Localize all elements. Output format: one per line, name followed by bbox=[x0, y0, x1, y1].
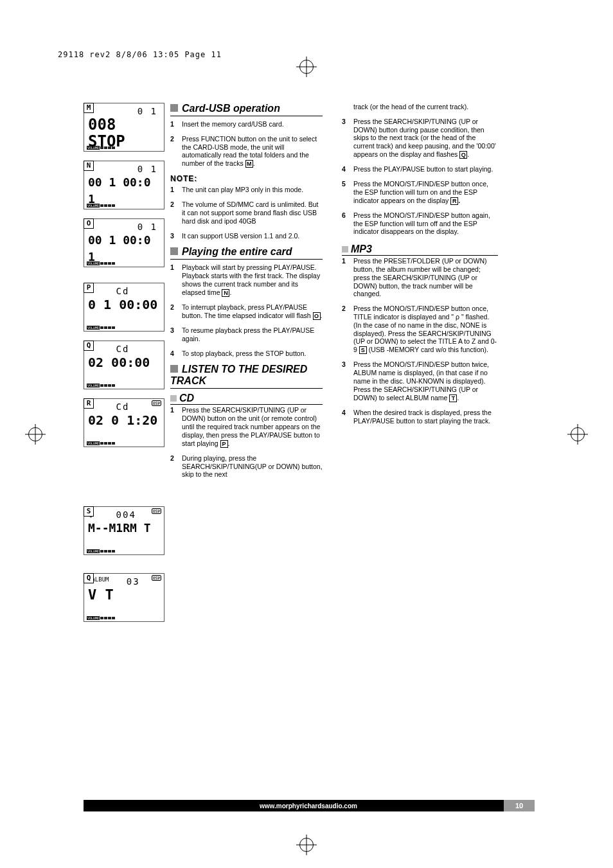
heading-listen: LISTEN TO THE DESIRED TRACK bbox=[170, 364, 323, 387]
note-3: It can support USB version 1.1 and 2.0. bbox=[182, 232, 323, 240]
display-O-top: 0 1 bbox=[88, 222, 160, 232]
print-runline: 29118 rev2 8/8/06 13:05 Page 11 bbox=[58, 50, 222, 59]
display-R-main: 02 0 1:20 bbox=[88, 412, 160, 429]
playcard-steps: 1Playback will start by pressing PLAY/PA… bbox=[170, 263, 323, 357]
cd-steps: 1Press the SEARCH/SKIP/TUNING (UP or DOW… bbox=[170, 406, 323, 479]
register-mark-top bbox=[299, 60, 314, 74]
cardusb-step-1: Insert the memory card/USB card. bbox=[182, 120, 323, 128]
cd-step-1: Press the SEARCH/SKIP/TUNING (UP or DOWN… bbox=[182, 406, 323, 447]
footer-url: www.morphyrichardsaudio.com bbox=[260, 802, 357, 810]
display-M: M 0 1 008 STOP VOLUME bbox=[84, 103, 164, 152]
cd-step-4: Press the PLAY/PAUSE button to start pla… bbox=[353, 165, 498, 173]
display-P: P Cd 0 1 00:00 VOLUME bbox=[84, 283, 164, 332]
register-mark-bottom bbox=[299, 838, 314, 852]
manual-page: 29118 rev2 8/8/06 13:05 Page 11 M 0 1 00… bbox=[0, 0, 613, 868]
middle-column: Card-USB operation 1Insert the memory ca… bbox=[170, 103, 334, 631]
display-R: R ESP Cd 02 0 1:20 VOLUME bbox=[84, 398, 164, 447]
playcard-1: Playback will start by pressing PLAY/PAU… bbox=[182, 263, 323, 297]
mp3-step-2: Press the MONO/ST./FIND/ESP button once,… bbox=[353, 305, 498, 354]
esp-badge: ESP bbox=[152, 508, 161, 514]
display-Q-main: 02 00:00 bbox=[88, 354, 160, 371]
cd-step-5: Press the MONO/ST./FIND/ESP button once,… bbox=[353, 180, 498, 205]
register-mark-right bbox=[571, 427, 585, 441]
playcard-2: To interrupt playback, press PLAY/PAUSE … bbox=[182, 303, 323, 320]
cardusb-notes: 1The unit can play MP3 only in this mode… bbox=[170, 186, 323, 240]
footer-bar: www.morphyrichardsaudio.com 10 bbox=[84, 800, 533, 811]
playcard-4: To stop playback, press the STOP button. bbox=[182, 350, 323, 358]
mp3-step-3: Press the MONO/ST./FIND/ESP button twice… bbox=[353, 360, 498, 402]
register-mark-left bbox=[28, 427, 42, 441]
note-2: The volume of SD/MMC card is unlimited. … bbox=[182, 200, 323, 225]
display-N: N 0 1 00 1 00:0 1 VOLUME bbox=[84, 161, 164, 209]
cardusb-step-2: Press FUNCTION button on the unit to sel… bbox=[182, 135, 323, 168]
heading-mp3: MP3 bbox=[342, 244, 498, 256]
display-Q-top: Cd bbox=[88, 344, 160, 354]
cd-step-3: Press the SEARCH/SKIP/TUNING (UP or DOWN… bbox=[353, 118, 498, 159]
mp3-step-4: When the desired track is displayed, pre… bbox=[353, 409, 498, 425]
display-N-top: 0 1 bbox=[88, 164, 160, 174]
display-column: M 0 1 008 STOP VOLUME N 0 1 00 1 00:0 1 … bbox=[84, 103, 170, 631]
display-Q2-main: V T bbox=[88, 587, 160, 603]
display-S: S ESP ❄004 M--M1RM T VOLUME bbox=[84, 506, 164, 555]
display-Q2: Q ESP ρALBUM 03 V T VOLUME bbox=[84, 573, 164, 622]
right-column: track (or the head of the current track)… bbox=[334, 103, 498, 631]
heading-cd: CD bbox=[170, 393, 323, 405]
playcard-3: To resume playback press the PLAY/PAUSE … bbox=[182, 326, 323, 343]
page-number: 10 bbox=[504, 800, 535, 811]
display-R-top: Cd bbox=[88, 402, 160, 412]
cardusb-steps: 1Insert the memory card/USB card. 2Press… bbox=[170, 120, 323, 168]
cd-step-2: During playing, press the SEARCH/SKIP/TU… bbox=[182, 454, 323, 479]
cd-cont: track (or the head of the current track)… bbox=[342, 103, 498, 111]
heading-card-usb: Card-USB operation bbox=[170, 103, 323, 114]
cd-step-6: Press the MONO/ST./FIND/ESP button again… bbox=[353, 211, 498, 236]
display-Q: Q Cd 02 00:00 VOLUME bbox=[84, 341, 164, 389]
heading-playcard: Playing the entire card bbox=[170, 246, 323, 258]
note-heading: NOTE: bbox=[170, 174, 323, 183]
display-S-main: M--M1RM T bbox=[88, 520, 160, 536]
esp-badge: ESP bbox=[152, 575, 161, 581]
display-P-top: Cd bbox=[88, 286, 160, 296]
display-P-main: 0 1 00:00 bbox=[88, 296, 160, 313]
esp-badge: ESP bbox=[152, 400, 161, 406]
note-1: The unit can play MP3 only in this mode. bbox=[182, 186, 323, 194]
display-S-top: 004 bbox=[116, 509, 136, 520]
content-columns: M 0 1 008 STOP VOLUME N 0 1 00 1 00:0 1 … bbox=[84, 103, 533, 631]
mp3-steps: 1Press the PRESET/FOLDER (UP or DOWN) bu… bbox=[342, 257, 498, 425]
mp3-step-1: Press the PRESET/FOLDER (UP or DOWN) but… bbox=[353, 257, 498, 298]
cd-more-steps: 3Press the SEARCH/SKIP/TUNING (UP or DOW… bbox=[342, 118, 498, 236]
display-O: O 0 1 00 1 00:0 1 VOLUME bbox=[84, 218, 164, 267]
display-M-top: 0 1 bbox=[88, 106, 160, 116]
